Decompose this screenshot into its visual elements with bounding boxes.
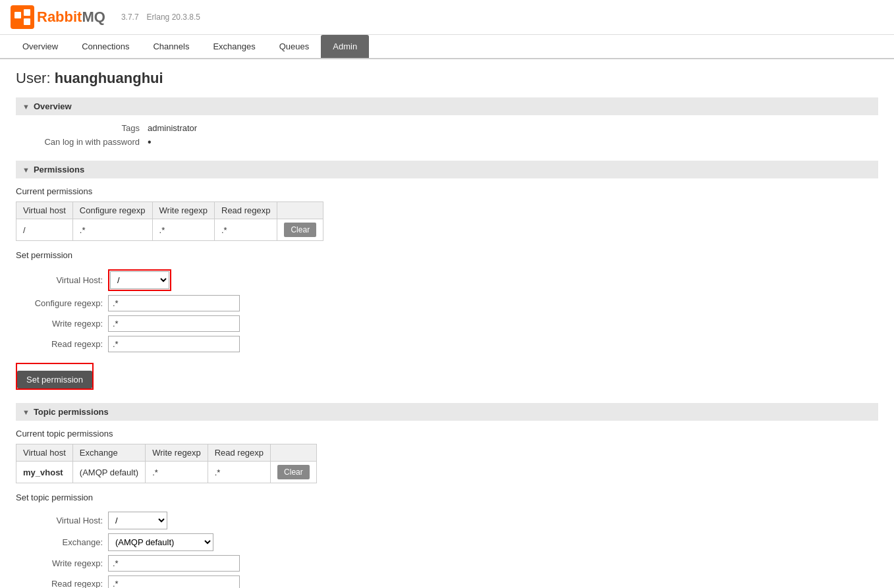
vhost-select[interactable]: / xyxy=(110,271,169,289)
read-form-label: Read regexp: xyxy=(16,339,108,349)
perm-clear-button[interactable]: Clear xyxy=(284,223,316,237)
overview-section-header[interactable]: ▼ Overview xyxy=(16,97,878,115)
tags-row: Tags administrator xyxy=(16,123,878,133)
perm-clear-cell: Clear xyxy=(277,219,323,241)
set-permission-button[interactable]: Set permission xyxy=(17,371,92,388)
erlang-label: Erlang 20.3.8.5 xyxy=(147,13,200,22)
current-permissions-label: Current permissions xyxy=(16,186,878,196)
overview-section: ▼ Overview Tags administrator Can log in… xyxy=(16,97,878,147)
permissions-section-title: Permissions xyxy=(34,165,84,174)
topic-write-form-row: Write regexp: xyxy=(16,555,878,572)
topic-permissions-section-header[interactable]: ▼ Topic permissions xyxy=(16,403,878,421)
main-nav: Overview Connections Channels Exchanges … xyxy=(0,35,894,59)
svg-rect-2 xyxy=(24,9,30,16)
current-topic-permissions-label: Current topic permissions xyxy=(16,429,878,439)
tags-value: administrator xyxy=(148,123,197,133)
topic-perm-write: .* xyxy=(146,462,208,483)
topic-permissions-table: Virtual host Exchange Write regexp Read … xyxy=(16,444,317,483)
set-permission-label: Set permission xyxy=(16,250,878,260)
topic-write-regexp-input[interactable] xyxy=(108,555,240,572)
permissions-section: ▼ Permissions Current permissions Virtua… xyxy=(16,161,878,390)
set-permission-button-wrapper: Set permission xyxy=(16,363,94,390)
nav-overview[interactable]: Overview xyxy=(11,35,70,58)
perm-read: .* xyxy=(215,219,277,241)
perm-vhost: / xyxy=(16,219,73,241)
topic-write-form-label: Write regexp: xyxy=(16,558,108,568)
vhost-form-row: Virtual Host: / xyxy=(16,269,878,291)
topic-exchange-select[interactable]: (AMQP default) xyxy=(108,533,213,551)
nav-queues[interactable]: Queues xyxy=(267,35,321,58)
topic-read-form-row: Read regexp: xyxy=(16,575,878,588)
permissions-table: Virtual host Configure regexp Write rege… xyxy=(16,201,323,241)
perm-write: .* xyxy=(152,219,214,241)
topic-read-regexp-input[interactable] xyxy=(108,575,240,588)
topic-th-write: Write regexp xyxy=(146,444,208,462)
topic-th-vhost: Virtual host xyxy=(16,444,73,462)
vhost-form-label: Virtual Host: xyxy=(16,275,108,285)
write-regexp-input[interactable] xyxy=(108,315,240,332)
overview-arrow-icon: ▼ xyxy=(22,103,30,111)
topic-th-action xyxy=(271,444,317,462)
write-form-row: Write regexp: xyxy=(16,315,878,332)
version-label: 3.7.7 xyxy=(121,13,139,22)
tags-label: Tags xyxy=(29,123,148,133)
topic-exchange-form-row: Exchange: (AMQP default) xyxy=(16,533,878,551)
main-content: User: huanghuanghui ▼ Overview Tags admi… xyxy=(0,59,894,588)
read-regexp-input[interactable] xyxy=(108,336,240,352)
svg-rect-3 xyxy=(24,18,30,25)
set-permission-form: Virtual Host: / Configure regexp: Write … xyxy=(16,269,878,390)
permissions-arrow-icon: ▼ xyxy=(22,166,30,174)
table-row: my_vhost (AMQP default) .* .* Clear xyxy=(16,462,317,483)
nav-connections[interactable]: Connections xyxy=(70,35,141,58)
topic-permissions-section: ▼ Topic permissions Current topic permis… xyxy=(16,403,878,588)
login-value: • xyxy=(148,137,152,147)
nav-admin[interactable]: Admin xyxy=(321,35,369,58)
topic-perm-clear-cell: Clear xyxy=(271,462,317,483)
topic-perm-exchange: (AMQP default) xyxy=(72,462,145,483)
page-title: User: huanghuanghui xyxy=(16,70,878,87)
topic-th-read: Read regexp xyxy=(208,444,270,462)
th-configure: Configure regexp xyxy=(72,202,152,219)
topic-perm-vhost: my_vhost xyxy=(16,462,73,483)
topic-perm-clear-button[interactable]: Clear xyxy=(277,465,310,479)
svg-rect-0 xyxy=(11,5,34,29)
topic-exchange-form-label: Exchange: xyxy=(16,537,108,547)
overview-section-title: Overview xyxy=(34,101,72,111)
topic-vhost-form-row: Virtual Host: / xyxy=(16,512,878,529)
login-label: Can log in with password xyxy=(29,137,148,147)
login-row: Can log in with password • xyxy=(16,137,878,147)
nav-exchanges[interactable]: Exchanges xyxy=(201,35,267,58)
topic-th-exchange: Exchange xyxy=(72,444,145,462)
topic-vhost-select[interactable]: / xyxy=(108,512,167,529)
nav-channels[interactable]: Channels xyxy=(141,35,201,58)
configure-form-label: Configure regexp: xyxy=(16,298,108,308)
logo-text: RabbitMQ xyxy=(37,9,105,26)
perm-configure: .* xyxy=(72,219,152,241)
logo: RabbitMQ xyxy=(11,5,105,29)
write-form-label: Write regexp: xyxy=(16,319,108,329)
th-action xyxy=(277,202,323,219)
topic-permissions-section-title: Topic permissions xyxy=(34,407,109,417)
table-row: / .* .* .* Clear xyxy=(16,219,323,241)
topic-vhost-form-label: Virtual Host: xyxy=(16,516,108,525)
vhost-select-wrapper: / xyxy=(108,269,171,291)
app-header: RabbitMQ 3.7.7 Erlang 20.3.8.5 xyxy=(0,0,894,35)
th-write: Write regexp xyxy=(152,202,214,219)
set-topic-permission-form: Virtual Host: / Exchange: (AMQP default)… xyxy=(16,512,878,588)
th-read: Read regexp xyxy=(215,202,277,219)
th-vhost: Virtual host xyxy=(16,202,73,219)
topic-read-form-label: Read regexp: xyxy=(16,579,108,588)
permissions-section-header[interactable]: ▼ Permissions xyxy=(16,161,878,178)
set-topic-permission-label: Set topic permission xyxy=(16,493,878,502)
configure-regexp-input[interactable] xyxy=(108,295,240,311)
topic-perm-read: .* xyxy=(208,462,270,483)
svg-rect-1 xyxy=(14,12,21,18)
configure-form-row: Configure regexp: xyxy=(16,295,878,311)
read-form-row: Read regexp: xyxy=(16,336,878,352)
rabbitmq-logo-icon xyxy=(11,5,34,29)
topic-permissions-arrow-icon: ▼ xyxy=(22,408,30,416)
